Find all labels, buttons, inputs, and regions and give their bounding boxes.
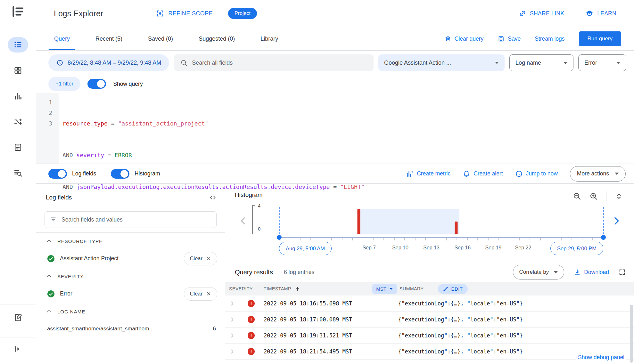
line-number: 1 (36, 97, 52, 108)
more-actions-dropdown[interactable]: More actions (570, 166, 626, 182)
rail-divider (0, 304, 36, 304)
search-all-fields-input[interactable] (192, 60, 367, 66)
nav-log-storage[interactable] (8, 140, 28, 155)
range-end-handle[interactable] (601, 235, 606, 240)
scope-badge[interactable]: Project (228, 8, 257, 19)
tab-query[interactable]: Query (41, 27, 83, 50)
code-brackets-icon[interactable] (209, 194, 217, 201)
expand-row-icon[interactable] (229, 348, 235, 355)
expand-row-icon[interactable] (229, 316, 235, 323)
save-label: Save (508, 36, 521, 42)
create-metric-button[interactable]: Create metric (406, 170, 450, 178)
show-debug-panel-link[interactable]: Show debug panel (576, 353, 626, 362)
show-query-toggle[interactable] (87, 79, 106, 89)
save-button[interactable]: Save (498, 35, 521, 42)
nav-log-analytics[interactable] (8, 165, 28, 181)
line-number: 2 (36, 108, 52, 118)
more-filters-button[interactable]: +1 filter (48, 77, 80, 91)
edit-label: EDIT (451, 286, 463, 292)
log-name-dropdown[interactable]: Log name (509, 54, 573, 71)
nav-log-router[interactable] (8, 114, 28, 129)
histogram-pan-right-icon[interactable] (611, 215, 622, 226)
share-link-button[interactable]: SHARE LINK (519, 10, 564, 17)
log-entry-row[interactable]: ! 2022-09-05 18:21:54.495 MST {"executio… (225, 344, 634, 360)
section-log-name[interactable]: LOG NAME (36, 303, 225, 320)
timeline-track[interactable] (279, 237, 603, 238)
timeline-ticks (279, 238, 603, 240)
column-summary-group: SUMMARY EDIT (397, 284, 628, 294)
jump-to-now-button[interactable]: Jump to now (515, 170, 558, 178)
clear-severity-button[interactable]: Clear (184, 287, 217, 301)
nav-log-scopes[interactable] (8, 310, 28, 325)
histogram-bar[interactable] (357, 209, 360, 234)
section-severity[interactable]: SEVERITY (36, 268, 225, 285)
tab-suggested[interactable]: Suggested (0) (186, 27, 248, 50)
nav-logs-explorer[interactable] (8, 37, 28, 53)
tools-actions: Create metric Create alert Jump to now M… (406, 166, 626, 182)
expand-row-icon[interactable] (229, 300, 235, 307)
chevron-down-icon (390, 288, 393, 290)
zoom-out-icon[interactable] (573, 192, 581, 200)
tab-library[interactable]: Library (248, 27, 291, 50)
unfold-vertical-icon[interactable] (615, 192, 623, 200)
log-name-value-row[interactable]: assistant_smarthome/assistant_smarthom..… (36, 320, 225, 338)
resource-filter-dropdown[interactable]: Google Assistant Action ... (378, 54, 505, 71)
nav-log-based-metrics[interactable] (8, 63, 28, 78)
expand-row-icon[interactable] (229, 332, 235, 339)
severity-dropdown[interactable]: Error (578, 54, 626, 71)
learn-button[interactable]: LEARN (585, 9, 616, 18)
filter-bar: 8/29/22, 8:48 AM – 9/29/22, 9:48 AM Goog… (36, 51, 634, 75)
column-timestamp[interactable]: TIMESTAMP (264, 286, 291, 291)
create-alert-button[interactable]: Create alert (463, 170, 503, 178)
timezone-dropdown[interactable]: MST (372, 284, 397, 294)
log-fields-toggle-group: Log fields (48, 169, 96, 179)
download-button[interactable]: Download (574, 269, 609, 276)
time-range-filter[interactable]: 8/29/22, 8:48 AM – 9/29/22, 9:48 AM (48, 54, 169, 71)
range-start-pill[interactable]: Aug 29, 5:00 AM (279, 242, 332, 255)
top-bar: Logs Explorer REFINE SCOPE Project SHARE… (36, 0, 634, 27)
chevron-down-icon (616, 62, 620, 64)
query-editor[interactable]: 1 2 3 resource.type = "assistant_action_… (36, 93, 634, 164)
clear-resource-type-button[interactable]: Clear (184, 252, 217, 265)
sort-ascending-icon[interactable] (294, 286, 301, 292)
query-token: severity (76, 152, 104, 158)
clear-query-button[interactable]: Clear query (444, 35, 483, 42)
histogram-bar[interactable] (455, 222, 458, 234)
histogram-toggle[interactable] (111, 169, 129, 179)
more-actions-label: More actions (577, 170, 609, 177)
log-summary: {"executionLog":{…}, "locale":"en-US"} (398, 348, 523, 355)
query-token: resource.type (62, 120, 108, 127)
query-code[interactable]: resource.type = "assistant_action_projec… (59, 93, 365, 164)
bar-chart-icon (13, 92, 22, 101)
fullscreen-icon[interactable] (619, 269, 626, 276)
histogram-plot[interactable] (279, 209, 603, 234)
log-entry-row[interactable]: ! 2022-09-05 18:16:55.698 MST {"executio… (225, 295, 634, 311)
range-start-handle[interactable] (277, 235, 282, 240)
nav-logs-dashboard[interactable] (8, 88, 28, 104)
query-results-panel: Query results 6 log entries Correlate by… (225, 262, 634, 364)
histogram-selection[interactable] (359, 209, 459, 234)
log-entry-row[interactable]: ! 2022-09-05 18:17:00.089 MST {"executio… (225, 311, 634, 328)
rail-divider (0, 337, 36, 337)
tab-saved[interactable]: Saved (0) (135, 27, 186, 50)
create-metric-label: Create metric (417, 170, 450, 177)
correlate-by-dropdown[interactable]: Correlate by (513, 265, 564, 279)
histogram-pan-left-icon[interactable] (238, 216, 248, 226)
log-fields-toggle[interactable] (48, 169, 67, 179)
zoom-in-icon[interactable] (589, 192, 598, 200)
edit-summary-button[interactable]: EDIT (438, 284, 468, 294)
tab-recent[interactable]: Recent (5) (83, 27, 135, 50)
fields-search-input[interactable] (62, 216, 211, 223)
vertical-scrollbar[interactable] (630, 305, 633, 363)
log-timestamp: 2022-09-05 18:16:55.698 MST (264, 300, 396, 307)
clock-icon (515, 170, 523, 178)
stream-logs-button[interactable]: Stream logs (535, 36, 564, 42)
run-query-button[interactable]: Run query (579, 31, 621, 46)
section-resource-type[interactable]: RESOURCE TYPE (36, 233, 225, 249)
expand-panel-button[interactable] (8, 341, 28, 357)
refine-scope-button[interactable]: REFINE SCOPE (156, 9, 213, 18)
close-icon (206, 256, 211, 261)
log-entry-row[interactable]: ! 2022-09-05 18:19:31.521 MST {"executio… (225, 328, 634, 344)
error-severity-icon: ! (248, 300, 255, 307)
range-end-pill[interactable]: Sep 29, 5:00 PM (550, 242, 603, 255)
